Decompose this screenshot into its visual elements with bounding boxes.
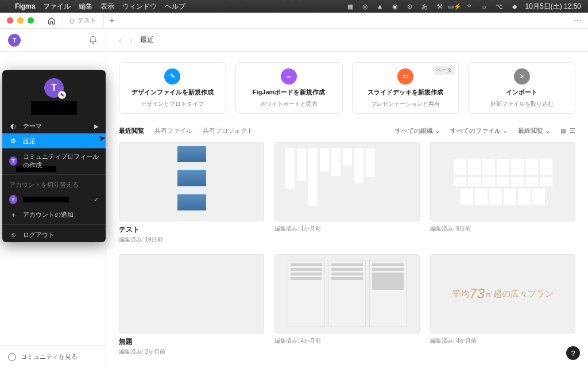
menubar-app[interactable]: Figma (15, 2, 35, 10)
help-button[interactable]: ? (566, 346, 580, 360)
project-meta: 編集済み: 2か月前 (119, 348, 264, 356)
card-import[interactable]: ⇲ インポート 外部ファイルを取り込む (468, 62, 575, 114)
nav-forward-button[interactable]: › (130, 36, 133, 45)
menu-file[interactable]: ファイル (43, 2, 71, 12)
card-new-slides[interactable]: ベータ ▭ スライドデッキを新規作成 プレゼンテーションと共有 (352, 62, 459, 114)
redacted-name (31, 101, 77, 115)
overflow-menu[interactable]: ⋯ (574, 16, 582, 25)
project-card[interactable]: 平均73㎡超の広々プラン 編集済み: 4か月前 (430, 254, 575, 356)
project-thumb (119, 254, 264, 334)
beta-badge: ベータ (434, 66, 455, 75)
menu-view[interactable]: 表示 (100, 2, 114, 12)
file-icon: ⎙ (70, 17, 74, 24)
sliders-icon: ⚙ (9, 137, 17, 145)
chevron-down-icon: ⌄ (502, 127, 508, 135)
filter-org[interactable]: すべての組織⌄ (395, 126, 440, 135)
project-card[interactable]: 無題 編集済み: 2か月前 (119, 254, 264, 356)
bluetooth-icon[interactable]: ⚒ (436, 2, 444, 10)
input-icon[interactable]: あ (421, 2, 429, 10)
status-icon[interactable]: ▲ (376, 2, 384, 10)
project-thumb: 平均73㎡超の広々プラン (430, 254, 575, 334)
chevron-right-icon: ▶ (94, 123, 99, 129)
plus-icon: ＋ (9, 210, 17, 219)
project-thumb (274, 142, 420, 221)
status-icon[interactable]: ⊙ (406, 2, 414, 10)
filter-tab-shared-files[interactable]: 共有ファイル (154, 126, 192, 135)
project-thumb (430, 142, 575, 221)
project-thumb (119, 142, 264, 221)
project-name: 無題 (119, 337, 264, 347)
sidebar-community-label: コミュニティを見る (21, 352, 78, 361)
project-thumb (274, 254, 420, 334)
battery-icon[interactable]: ▭⚡ (451, 2, 459, 10)
window-controls[interactable] (0, 17, 41, 24)
user-avatar[interactable]: T (8, 34, 21, 47)
nav-back-button[interactable]: ‹ (119, 36, 122, 45)
line-icon[interactable]: ◉ (391, 2, 399, 10)
menu-logout[interactable]: ⎋ ログアウト (2, 227, 106, 242)
filter-bar: 最近閲覧 共有ファイル 共有プロジェクト すべての組織⌄ すべてのファイル⌄ 最… (119, 126, 575, 135)
project-meta: 編集済み: 19日前 (119, 236, 264, 244)
siri-icon[interactable]: ◆ (510, 2, 519, 10)
import-icon: ⇲ (514, 68, 530, 85)
menu-settings[interactable]: ⚙ 設定 (2, 133, 106, 148)
sidebar-community[interactable]: コミュニティを見る (0, 345, 106, 368)
slides-icon: ▭ (397, 68, 413, 85)
spotlight-icon[interactable]: ⌕ (481, 2, 489, 10)
minimize-icon[interactable] (17, 17, 24, 24)
avatar-icon: T (9, 195, 17, 204)
project-name: テスト (119, 225, 264, 235)
chevron-down-icon: ⌄ (435, 127, 440, 135)
macos-menubar: Figma ファイル 編集 表示 ウィンドウ ヘルプ ▦ ◎ ▲ ◉ ⊙ あ ⚒… (0, 0, 588, 13)
globe-icon (8, 353, 16, 361)
close-icon[interactable] (7, 17, 13, 24)
filter-tab-shared-projects[interactable]: 共有プロジェクト (203, 126, 253, 135)
zoom-icon[interactable] (28, 17, 34, 24)
project-card[interactable]: 編集済み: 1か月前 (274, 142, 420, 244)
edit-avatar-icon[interactable]: ✎ (58, 91, 66, 99)
link-icon: ∞ (281, 68, 297, 85)
menu-switch-account-label: アカウントを切り替える (2, 177, 106, 192)
menu-window[interactable]: ウィンドウ (122, 2, 157, 12)
wifi-icon[interactable]: ⌔ (466, 2, 474, 10)
status-icon[interactable]: ◎ (361, 2, 369, 10)
redacted-account (23, 197, 69, 202)
status-icon[interactable]: ▦ (346, 2, 354, 10)
filter-files[interactable]: すべてのファイル⌄ (450, 126, 508, 135)
menu-theme[interactable]: ◐ テーマ ▶ (2, 118, 106, 133)
pen-icon: ✎ (164, 68, 180, 85)
list-view-icon[interactable]: ☰ (570, 127, 575, 135)
home-icon (48, 17, 56, 25)
menu-edit[interactable]: 編集 (79, 2, 92, 12)
tab-home[interactable] (41, 13, 63, 28)
filter-sort[interactable]: 最終閲覧⌄ (518, 126, 550, 135)
breadcrumb-bar: ‹ › 最近 (106, 29, 588, 52)
project-meta: 編集済み: 4か月前 (274, 337, 420, 345)
breadcrumb: 最近 (140, 35, 154, 45)
logout-icon: ⎋ (9, 231, 17, 238)
menubar-clock[interactable]: 10月5日(土) 12:50 (525, 2, 581, 12)
check-icon: ✓ (94, 196, 99, 204)
project-card[interactable]: 編集済み: 4か月前 (274, 254, 420, 356)
window-titlebar: ⎙ テスト + ⋯ (0, 13, 588, 29)
grid-view-icon[interactable]: ▦ (560, 127, 566, 135)
menu-current-account[interactable]: T ✓ (2, 192, 106, 207)
theme-icon: ◐ (9, 122, 17, 130)
project-meta: 編集済み: 9日前 (430, 225, 575, 233)
project-card[interactable]: 編集済み: 9日前 (430, 142, 575, 244)
tab-label: テスト (78, 16, 96, 25)
filter-tab-recent[interactable]: 最近閲覧 (119, 126, 144, 135)
tab-file[interactable]: ⎙ テスト (63, 13, 104, 28)
card-new-design[interactable]: ✎ デザインファイルを新規作成 デザインとプロトタイプ (119, 62, 226, 114)
bell-icon[interactable] (88, 36, 98, 45)
project-meta: 編集済み: 4か月前 (430, 337, 575, 345)
card-new-figjam[interactable]: ∞ FigJamボードを新規作成 ホワイトボードと図表 (235, 62, 343, 114)
control-center-icon[interactable]: ⌥ (496, 2, 504, 10)
menu-avatar[interactable]: T ✎ (44, 78, 64, 98)
menu-help[interactable]: ヘルプ (165, 2, 185, 12)
chevron-down-icon: ⌄ (545, 127, 550, 135)
new-tab-button[interactable]: + (104, 16, 120, 26)
cursor-icon: ➤ (98, 133, 107, 143)
menu-add-account[interactable]: ＋ アカウントの追加 (2, 207, 106, 222)
project-card[interactable]: テスト 編集済み: 19日前 (119, 142, 264, 244)
